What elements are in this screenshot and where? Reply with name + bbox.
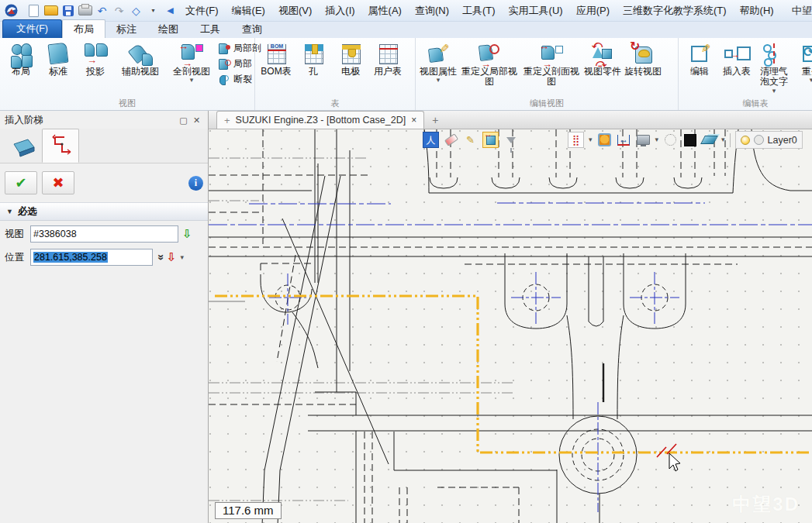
paint-button[interactable]: ✎ — [463, 132, 478, 147]
redefine-detail-view-button[interactable]: → 重定义局部视图 — [458, 40, 520, 89]
view-attributes-icon: ✎ — [425, 41, 451, 66]
exit-sketch-button[interactable]: 人 — [423, 132, 439, 148]
tab-tools[interactable]: 工具 — [189, 20, 231, 38]
expand-chevrons-button[interactable]: « — [154, 254, 166, 260]
tab-file[interactable]: 文件(F) — [2, 19, 62, 38]
view-attributes-button[interactable]: ✎ 视图属性 ▾ — [418, 40, 458, 85]
save-button[interactable] — [60, 3, 76, 19]
layer-manager-button[interactable] — [702, 132, 717, 147]
auxiliary-view-button[interactable]: 辅助视图 — [114, 40, 167, 78]
tab-layout[interactable]: 布局 — [62, 19, 105, 38]
rotate-view-button[interactable]: ↻ 旋转视图 — [623, 40, 663, 78]
funnel-icon — [506, 137, 516, 143]
panel-restore-button[interactable]: ▢ — [177, 115, 190, 126]
menu-view[interactable]: 视图(V) — [272, 1, 318, 21]
electrode-table-button[interactable]: 电极 — [332, 40, 369, 78]
menu-file[interactable]: 文件(F) — [179, 1, 225, 21]
panel-tab-step[interactable] — [42, 129, 79, 163]
caret-down-icon: ▾ — [190, 77, 194, 84]
display-settings-button[interactable] — [636, 132, 651, 147]
dotted-circle-icon — [665, 134, 676, 146]
render-mode-button[interactable] — [597, 132, 612, 147]
dimension-display-button[interactable]: ↔ — [617, 132, 631, 147]
view-field-label: 视图 — [5, 228, 26, 241]
document-tab[interactable]: + SUZUKI Engine.Z3 - [Bottom Case_2D] × — [216, 111, 424, 129]
position-field-input[interactable]: 281.615,385.258 — [30, 249, 153, 266]
menu-edit[interactable]: 编辑(E) — [226, 1, 271, 21]
main-area: 插入阶梯 ▢ ✕ ✔ ✖ i ▼ 必选 视图 — [0, 111, 812, 523]
active-layer-field[interactable]: Layer0 — [735, 131, 803, 149]
filter-button[interactable] — [503, 132, 518, 147]
menu-attributes[interactable]: 属性(A) — [362, 1, 408, 21]
menu-tools[interactable]: 工具(T) — [456, 1, 502, 21]
user-table-button[interactable]: 用户表 — [369, 40, 406, 78]
cancel-button[interactable]: ✖ — [42, 171, 74, 194]
drawing-canvas[interactable]: 人 ✎ ↔ ⣿ ▾ ↔ ▾ ▾ — [209, 129, 812, 523]
pick-point-button[interactable]: ⇩ — [167, 250, 177, 264]
back-button[interactable]: ◀ — [162, 3, 178, 19]
tab-inquire[interactable]: 查询 — [231, 20, 273, 38]
regenerate-button[interactable]: ⟳ 重生 ▾ — [793, 40, 812, 85]
panel-close-button[interactable]: ✕ — [190, 115, 203, 126]
panel-tab-view[interactable] — [6, 133, 42, 163]
caret-down-icon[interactable]: ▾ — [589, 136, 593, 143]
menu-inquire[interactable]: 查询(N) — [409, 1, 455, 21]
caret-down-icon[interactable]: ▾ — [180, 254, 184, 261]
view-plane-icon — [12, 138, 36, 158]
redo-button[interactable]: ↷ — [111, 3, 127, 19]
ribbon-group-edit-view: ✎ 视图属性 ▾ → 重定义局部视图 ↔→ 重定义剖面视图 ⤺⤼ 视图零件 ↻ … — [416, 38, 679, 110]
grid-toggle-button[interactable]: ⣿ — [568, 132, 584, 148]
pick-from-list-button[interactable]: ⇩ — [182, 227, 192, 241]
lasso-select-button[interactable] — [663, 132, 678, 147]
insert-table-icon: → — [724, 41, 750, 66]
panel-actions: ✔ ✖ i — [0, 163, 208, 202]
open-button[interactable] — [43, 3, 59, 19]
menu-applications[interactable]: 应用(P) — [570, 1, 616, 21]
hole-table-button[interactable]: 孔 — [295, 40, 332, 78]
clean-balloon-text-button[interactable]: 清理气泡文字 ▾ — [755, 40, 793, 96]
menu-help[interactable]: 帮助(H) — [734, 1, 780, 21]
projection-button[interactable]: → 投影 — [77, 40, 114, 78]
title-bar: ↶ ↷ ◇ ▾ ◀ 文件(F) 编辑(E) 视图(V) 插入(I) 属性(A) … — [0, 0, 812, 22]
auxiliary-view-icon — [127, 41, 154, 66]
view-orient-button[interactable]: ◇ — [128, 3, 144, 19]
bom-table-button[interactable]: BOM BOM表 — [257, 40, 295, 78]
menu-insert[interactable]: 插入(I) — [319, 1, 361, 21]
erase-button[interactable] — [444, 132, 458, 147]
view-parts-button[interactable]: ⤺⤼ 视图零件 — [582, 40, 623, 78]
quick-access-dropdown[interactable]: ▾ — [145, 3, 161, 19]
undo-button[interactable]: ↶ — [94, 3, 110, 19]
info-button[interactable]: i — [188, 176, 203, 191]
new-tab-button[interactable]: + — [432, 114, 438, 126]
caret-down-icon[interactable]: ▾ — [721, 136, 725, 143]
panel-tabs — [0, 129, 208, 163]
redo-icon: ↷ — [115, 5, 124, 16]
full-section-view-button[interactable]: ↔→ 全剖视图 ▾ — [167, 40, 216, 85]
group-label-edit-view: 编辑视图 — [416, 98, 678, 109]
watermark: 中望3D — [732, 492, 800, 517]
required-section-header[interactable]: ▼ 必选 — [0, 202, 208, 221]
background-color-button[interactable] — [682, 132, 697, 147]
tab-drawing[interactable]: 绘图 — [147, 20, 189, 38]
new-document-button[interactable] — [26, 3, 42, 19]
edit-button[interactable]: ✎ 编辑 — [681, 40, 718, 78]
electrode-table-icon — [337, 41, 364, 66]
zw3d-window: ↶ ↷ ◇ ▾ ◀ 文件(F) 编辑(E) 视图(V) 插入(I) 属性(A) … — [0, 0, 812, 523]
view-field-input[interactable]: #3386038 — [30, 225, 178, 243]
view-orientation-button[interactable]: ↔ — [482, 132, 499, 148]
ok-button[interactable]: ✔ — [5, 171, 37, 194]
group-label-table: 表 — [255, 98, 415, 109]
menu-utilities[interactable]: 实用工具(U) — [503, 1, 569, 21]
layout-button[interactable]: 布局 — [2, 40, 40, 78]
print-button[interactable] — [77, 3, 93, 19]
redefine-section-view-button[interactable]: ↔→ 重定义剖面视图 — [520, 40, 582, 89]
tab-annotation[interactable]: 标注 — [105, 20, 147, 38]
standard-view-button[interactable]: 标准 — [40, 40, 77, 78]
insert-table-button[interactable]: → 插入表 — [718, 40, 755, 78]
tab-close-icon[interactable]: × — [411, 115, 416, 126]
menu-3d-teaching-system[interactable]: 三维数字化教学系统(T) — [617, 1, 733, 21]
ribbon-group-edit-table: ✎ 编辑 → 插入表 清理气泡文字 ▾ ⟳ 重生 ▾ 编辑表 — [679, 38, 812, 110]
caret-down-icon[interactable]: ▾ — [655, 136, 659, 143]
sun-icon — [598, 133, 611, 146]
standard-view-icon — [45, 41, 71, 66]
